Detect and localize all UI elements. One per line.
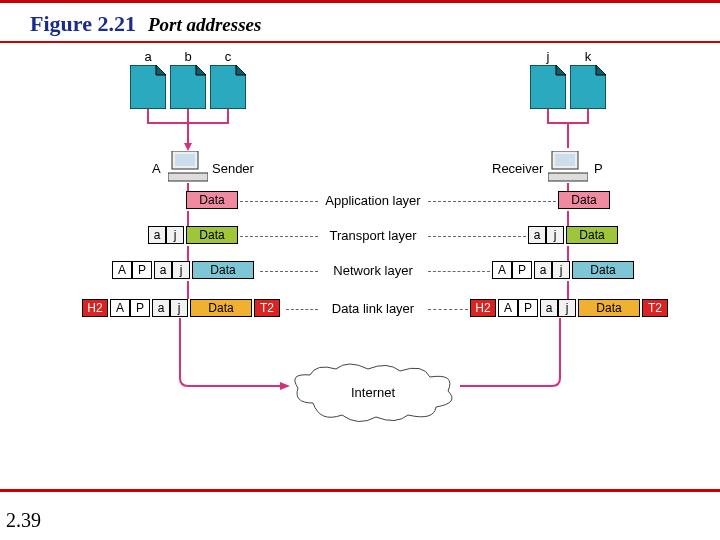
receiver-network-data: Data xyxy=(572,261,634,279)
hdr-A: A xyxy=(492,261,512,279)
document-icon xyxy=(530,65,566,109)
svg-marker-0 xyxy=(184,143,192,151)
sender-host-label: A xyxy=(152,161,161,176)
hdr-P: P xyxy=(518,299,538,317)
dash-right xyxy=(428,236,526,237)
hdr-A: A xyxy=(498,299,518,317)
dash-right xyxy=(428,201,556,202)
dash-left xyxy=(260,271,318,272)
hdr-a: a xyxy=(154,261,172,279)
receiver-link-data: Data xyxy=(578,299,640,317)
process-c: c xyxy=(210,65,246,109)
hdr-a: a xyxy=(152,299,170,317)
dash-right xyxy=(428,271,490,272)
hdr-H2: H2 xyxy=(82,299,108,317)
hdr-A: A xyxy=(112,261,132,279)
hdr-j: j xyxy=(558,299,576,317)
dash-left xyxy=(240,236,318,237)
hdr-H2: H2 xyxy=(470,299,496,317)
process-label: j xyxy=(530,49,566,64)
receiver-role: Receiver xyxy=(492,161,543,176)
sender-network-data: Data xyxy=(192,261,254,279)
hdr-j: j xyxy=(552,261,570,279)
page-number: 2.39 xyxy=(6,509,41,532)
layer-datalink: Data link layer xyxy=(318,301,428,316)
hdr-T2: T2 xyxy=(642,299,668,317)
figure-header: Figure 2.21 Port addresses xyxy=(0,3,720,41)
layer-network: Network layer xyxy=(318,263,428,278)
svg-rect-3 xyxy=(168,173,208,181)
hdr-T2: T2 xyxy=(254,299,280,317)
hdr-a: a xyxy=(534,261,552,279)
diagram-area: a b c j k A Sender Receiver P Applicatio… xyxy=(60,43,680,453)
hdr-j: j xyxy=(166,226,184,244)
process-label: a xyxy=(130,49,166,64)
document-icon xyxy=(170,65,206,109)
receiver-transport-data: Data xyxy=(566,226,618,244)
receiver-host-label: P xyxy=(594,161,603,176)
dash-left xyxy=(286,309,318,310)
hdr-P: P xyxy=(512,261,532,279)
svg-rect-5 xyxy=(555,154,575,166)
sender-app-data: Data xyxy=(186,191,238,209)
process-label: k xyxy=(570,49,606,64)
hdr-j: j xyxy=(172,261,190,279)
hdr-P: P xyxy=(130,299,150,317)
figure-number: Figure 2.21 xyxy=(30,11,136,36)
hdr-a: a xyxy=(540,299,558,317)
svg-rect-6 xyxy=(548,173,588,181)
layer-transport: Transport layer xyxy=(318,228,428,243)
process-k: k xyxy=(570,65,606,109)
sender-link-data: Data xyxy=(190,299,252,317)
sender-role: Sender xyxy=(212,161,254,176)
document-icon xyxy=(210,65,246,109)
hdr-j: j xyxy=(546,226,564,244)
layer-application: Application layer xyxy=(318,193,428,208)
hdr-a: a xyxy=(528,226,546,244)
process-j: j xyxy=(530,65,566,109)
hdr-j: j xyxy=(170,299,188,317)
cloud-label: Internet xyxy=(288,385,458,400)
figure-title: Port addresses xyxy=(148,14,261,35)
document-icon xyxy=(130,65,166,109)
internet-cloud: Internet xyxy=(288,363,458,423)
svg-rect-2 xyxy=(175,154,195,166)
receiver-app-data: Data xyxy=(558,191,610,209)
process-label: c xyxy=(210,49,246,64)
dash-right xyxy=(428,309,468,310)
process-b: b xyxy=(170,65,206,109)
hdr-A: A xyxy=(110,299,130,317)
sender-transport-data: Data xyxy=(186,226,238,244)
computer-icon xyxy=(168,151,208,183)
hdr-P: P xyxy=(132,261,152,279)
process-label: b xyxy=(170,49,206,64)
computer-icon xyxy=(548,151,588,183)
process-a: a xyxy=(130,65,166,109)
hdr-a: a xyxy=(148,226,166,244)
dash-left xyxy=(240,201,318,202)
document-icon xyxy=(570,65,606,109)
